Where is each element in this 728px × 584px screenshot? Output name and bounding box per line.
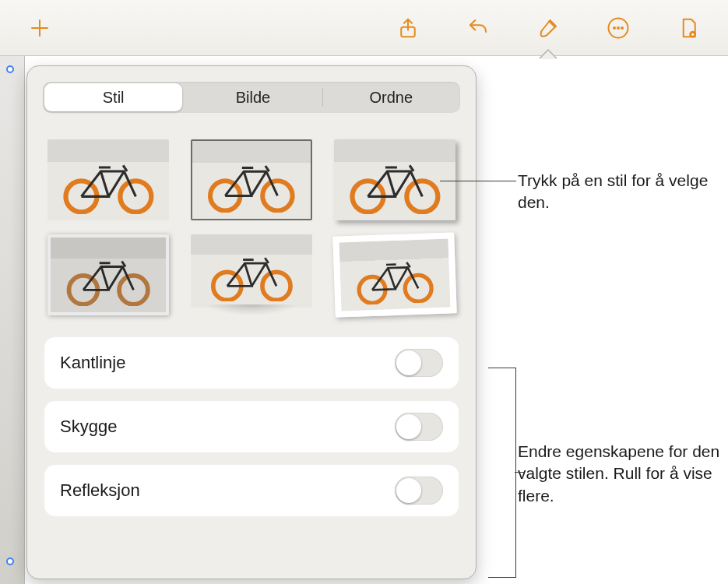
undo-icon[interactable] bbox=[465, 15, 491, 41]
format-popover: Stil Bilde Ordne Kantlinje bbox=[26, 65, 477, 579]
callout-style-tap: Trykk på en stil for å velge den. bbox=[518, 170, 712, 214]
selection-handle[interactable] bbox=[6, 65, 14, 73]
svg-point-8 bbox=[120, 181, 151, 212]
reflection-toggle[interactable] bbox=[395, 477, 443, 505]
tab-image[interactable]: Bilde bbox=[184, 82, 322, 113]
svg-point-3 bbox=[617, 27, 619, 29]
format-tabs: Stil Bilde Ordne bbox=[43, 82, 460, 113]
svg-point-6 bbox=[691, 33, 694, 35]
svg-point-12 bbox=[406, 181, 438, 212]
format-brush-icon[interactable] bbox=[535, 15, 561, 41]
style-options: Kantlinje Skygge Refleksjon bbox=[43, 337, 460, 524]
more-icon[interactable] bbox=[605, 15, 631, 41]
option-label: Skygge bbox=[60, 417, 117, 437]
svg-point-2 bbox=[614, 27, 615, 29]
document-options-icon[interactable] bbox=[675, 15, 702, 41]
selection-handle[interactable] bbox=[6, 558, 14, 565]
style-thumbnails bbox=[47, 139, 455, 315]
tab-style[interactable]: Stil bbox=[44, 83, 182, 111]
style-thumb-plain[interactable] bbox=[47, 139, 169, 220]
option-label: Refleksjon bbox=[60, 480, 140, 501]
top-toolbar bbox=[0, 0, 728, 56]
option-border[interactable]: Kantlinje bbox=[44, 337, 459, 389]
style-thumb-polaroid[interactable] bbox=[332, 232, 457, 317]
shadow-toggle[interactable] bbox=[395, 413, 443, 441]
style-thumb-reflection[interactable] bbox=[191, 234, 312, 315]
callout-properties: Endre egenskapene for den valgte stilen.… bbox=[518, 441, 720, 507]
share-icon[interactable] bbox=[395, 15, 421, 41]
canvas-edge bbox=[0, 56, 25, 584]
svg-point-4 bbox=[621, 27, 623, 29]
add-icon[interactable] bbox=[26, 15, 53, 41]
option-reflection[interactable]: Refleksjon bbox=[44, 465, 459, 516]
option-shadow[interactable]: Skygge bbox=[44, 401, 459, 452]
style-thumb-shadow[interactable] bbox=[334, 139, 455, 220]
style-thumb-border[interactable] bbox=[191, 139, 312, 220]
tab-arrange[interactable]: Ordne bbox=[322, 82, 460, 113]
option-label: Kantlinje bbox=[60, 353, 125, 373]
border-toggle[interactable] bbox=[395, 349, 443, 377]
style-thumb-frame[interactable] bbox=[47, 234, 169, 315]
